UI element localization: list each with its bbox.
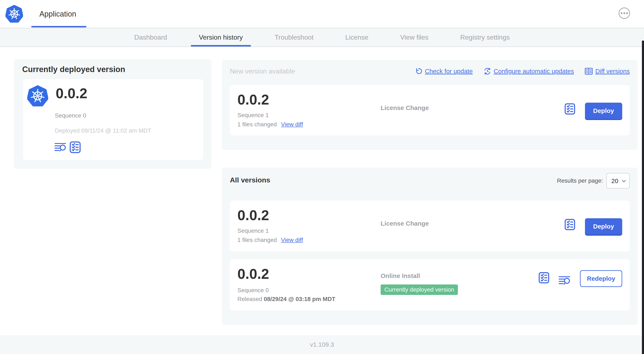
deploy-logs-icon[interactable] [558, 276, 571, 285]
preflight-checks-icon[interactable] [564, 219, 575, 230]
deployed-version-number: 0.0.2 [56, 85, 87, 101]
results-per-page-label: Results per page: [557, 177, 603, 184]
version-sequence: Sequence 0 [238, 287, 268, 294]
view-diff-link[interactable]: View diff [281, 237, 303, 243]
deploy-button[interactable]: Deploy [585, 218, 622, 235]
new-version-panel: New version available Check for update [222, 60, 638, 150]
version-source: Online Install [380, 272, 420, 279]
deployed-timestamp: Deployed 09/11/24 @ 11:02 am MDT [55, 127, 151, 134]
released-timestamp: Released 08/29/24 @ 03:18 pm MDT [238, 296, 336, 302]
ellipsis-icon [621, 12, 622, 14]
page-title: Application [39, 10, 76, 19]
kubernetes-logo-icon [6, 5, 23, 23]
files-changed-label: 1 files changed [238, 237, 277, 243]
more-options-button[interactable] [619, 8, 630, 19]
version-row: 0.0.2 Sequence 1 1 files changed View di… [230, 201, 630, 251]
schedule-update-icon [484, 68, 491, 75]
version-number: 0.0.2 [238, 266, 269, 282]
version-source: License Change [380, 104, 429, 111]
redeploy-button[interactable]: Redeploy [580, 270, 622, 287]
preflight-checks-icon[interactable] [564, 103, 575, 115]
version-source: License Change [380, 220, 429, 227]
deploy-logs-icon[interactable] [54, 142, 66, 152]
preflight-checks-icon[interactable] [70, 141, 81, 153]
tab-view-files[interactable]: View files [392, 28, 436, 47]
preflight-checks-icon[interactable] [538, 272, 549, 284]
deploy-button[interactable]: Deploy [585, 103, 622, 119]
check-for-update-link[interactable]: Check for update [415, 68, 472, 75]
currently-deployed-card: 0.0.2 Sequence 0 Deployed 09/11/24 @ 11:… [23, 79, 203, 160]
version-actions-row: Check for update Configure automatic upd… [415, 68, 630, 75]
configure-automatic-updates-link[interactable]: Configure automatic updates [484, 68, 574, 75]
page-title-underline [32, 26, 86, 28]
view-diff-link[interactable]: View diff [281, 121, 303, 128]
version-number: 0.0.2 [238, 91, 269, 108]
results-per-page: Results per page: 20 [557, 173, 630, 189]
tab-dashboard[interactable]: Dashboard [126, 28, 175, 47]
tab-registry-settings[interactable]: Registry settings [452, 28, 518, 47]
files-changed-row: 1 files changed View diff [238, 121, 303, 128]
diff-versions-link[interactable]: Diff versions [585, 68, 630, 75]
results-per-page-select[interactable]: 20 [606, 173, 630, 189]
currently-deployed-panel: Currently deployed version 0.0.2 Sequenc… [14, 59, 212, 169]
main-nav: Dashboard Version history Troubleshoot L… [0, 28, 644, 47]
diff-icon [585, 68, 593, 75]
app-footer: v1.109.3 [0, 335, 644, 354]
deployed-sequence: Sequence 0 [55, 112, 86, 119]
version-number: 0.0.2 [238, 207, 269, 223]
files-changed-row: 1 files changed View diff [238, 237, 303, 243]
new-version-card: 0.0.2 Sequence 1 1 files changed View di… [230, 85, 630, 135]
files-changed-label: 1 files changed [238, 121, 277, 128]
tab-troubleshoot[interactable]: Troubleshoot [267, 28, 322, 47]
version-sequence: Sequence 1 [238, 227, 268, 234]
all-versions-title: All versions [230, 176, 270, 184]
all-versions-panel: All versions Results per page: 20 0.0.2 … [222, 168, 638, 325]
tab-version-history[interactable]: Version history [191, 28, 251, 47]
refresh-icon [415, 68, 422, 75]
console-version: v1.109.3 [310, 341, 334, 348]
version-sequence: Sequence 1 [238, 112, 268, 119]
currently-deployed-title: Currently deployed version [22, 65, 125, 74]
currently-deployed-badge: Currently deployed version [380, 284, 458, 295]
tab-license[interactable]: License [337, 28, 376, 47]
version-row: 0.0.2 Sequence 0 Released 08/29/24 @ 03:… [230, 259, 630, 310]
vertical-scrollbar[interactable] [642, 41, 644, 354]
app-header: Application [0, 0, 644, 28]
kubernetes-app-icon [27, 85, 48, 107]
new-version-title: New version available [230, 68, 295, 75]
